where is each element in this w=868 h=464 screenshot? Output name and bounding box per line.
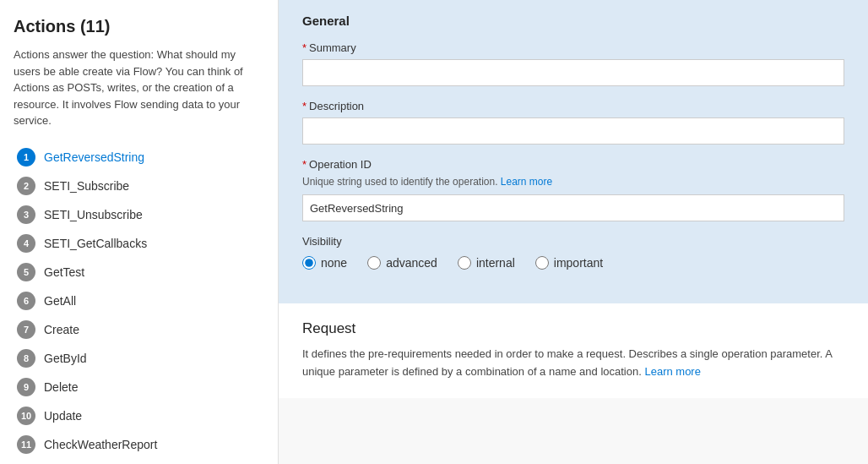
request-description: It defines the pre-requirements needed i… — [302, 346, 844, 381]
general-section-title: General — [302, 14, 844, 28]
visibility-label: Visibility — [302, 235, 844, 248]
action-number: 9 — [17, 378, 35, 396]
description-input[interactable] — [302, 117, 844, 145]
radio-none[interactable] — [302, 256, 316, 270]
action-number: 2 — [17, 177, 35, 195]
sidebar: Actions (11) Actions answer the question… — [0, 0, 279, 464]
main-content: General *Summary *Description *Operation… — [279, 0, 868, 464]
action-number: 1 — [17, 148, 35, 166]
action-label: SETI_GetCallbacks — [44, 237, 147, 250]
description-required: * — [302, 100, 307, 112]
action-list: 1GetReversedString2SETI_Subscribe3SETI_U… — [14, 143, 264, 459]
action-item[interactable]: 7Create — [14, 315, 264, 344]
action-item[interactable]: 1GetReversedString — [14, 143, 264, 172]
action-number: 3 — [17, 205, 35, 224]
action-label: GetById — [44, 352, 87, 365]
action-label: SETI_Subscribe — [44, 179, 129, 193]
action-number: 4 — [17, 234, 35, 253]
action-label: GetTest — [44, 265, 84, 279]
action-label: GetAll — [44, 294, 76, 308]
action-number: 11 — [17, 435, 35, 454]
action-label: Delete — [44, 380, 78, 394]
sidebar-title: Actions (11) — [14, 17, 264, 36]
description-group: *Description — [302, 100, 844, 145]
radio-important-label[interactable]: important — [554, 256, 603, 270]
operation-id-group: *Operation ID Unique string used to iden… — [302, 158, 844, 221]
operation-id-hint: Unique string used to identify the opera… — [302, 176, 844, 188]
radio-internal[interactable] — [458, 256, 471, 270]
action-number: 6 — [17, 292, 35, 310]
visibility-group: Visibility none advanced internal import… — [302, 235, 844, 270]
action-item[interactable]: 8GetById — [14, 344, 264, 373]
action-item[interactable]: 4SETI_GetCallbacks — [14, 229, 264, 258]
radio-advanced-label[interactable]: advanced — [386, 256, 437, 270]
action-label: SETI_Unsubscribe — [44, 208, 143, 221]
action-item[interactable]: 2SETI_Subscribe — [14, 172, 264, 200]
action-item[interactable]: 3SETI_Unsubscribe — [14, 200, 264, 229]
action-label: GetReversedString — [44, 150, 144, 164]
radio-item-internal[interactable]: internal — [458, 256, 515, 270]
general-section: General *Summary *Description *Operation… — [279, 0, 868, 303]
summary-required: * — [302, 41, 307, 54]
action-label: CheckWeatherReport — [44, 438, 157, 451]
operation-id-input[interactable] — [302, 194, 844, 221]
radio-important[interactable] — [535, 256, 549, 270]
visibility-radio-group: none advanced internal important — [302, 256, 844, 270]
action-item[interactable]: 11CheckWeatherReport — [14, 430, 264, 459]
operation-id-learn-more-link[interactable]: Learn more — [501, 176, 552, 188]
radio-item-advanced[interactable]: advanced — [367, 256, 437, 270]
action-number: 10 — [17, 407, 35, 425]
action-number: 5 — [17, 263, 35, 281]
action-label: Update — [44, 409, 82, 423]
action-item[interactable]: 6GetAll — [14, 287, 264, 315]
action-number: 8 — [17, 349, 35, 368]
action-item[interactable]: 10Update — [14, 401, 264, 430]
radio-advanced[interactable] — [367, 256, 381, 270]
summary-group: *Summary — [302, 41, 844, 86]
radio-internal-label[interactable]: internal — [476, 256, 515, 270]
radio-none-label[interactable]: none — [321, 256, 347, 270]
operation-id-label: *Operation ID — [302, 158, 844, 171]
action-item[interactable]: 5GetTest — [14, 258, 264, 287]
action-label: Create — [44, 323, 79, 336]
request-section: Request It defines the pre-requirements … — [279, 303, 868, 398]
description-label: *Description — [302, 100, 844, 112]
request-section-title: Request — [302, 320, 844, 337]
operation-id-required: * — [302, 158, 307, 171]
action-item[interactable]: 9Delete — [14, 373, 264, 401]
summary-label: *Summary — [302, 41, 844, 54]
radio-item-important[interactable]: important — [535, 256, 603, 270]
sidebar-description: Actions answer the question: What should… — [14, 46, 264, 129]
action-number: 7 — [17, 320, 35, 339]
radio-item-none[interactable]: none — [302, 256, 347, 270]
request-learn-more-link[interactable]: Learn more — [644, 365, 700, 378]
summary-input[interactable] — [302, 59, 844, 86]
